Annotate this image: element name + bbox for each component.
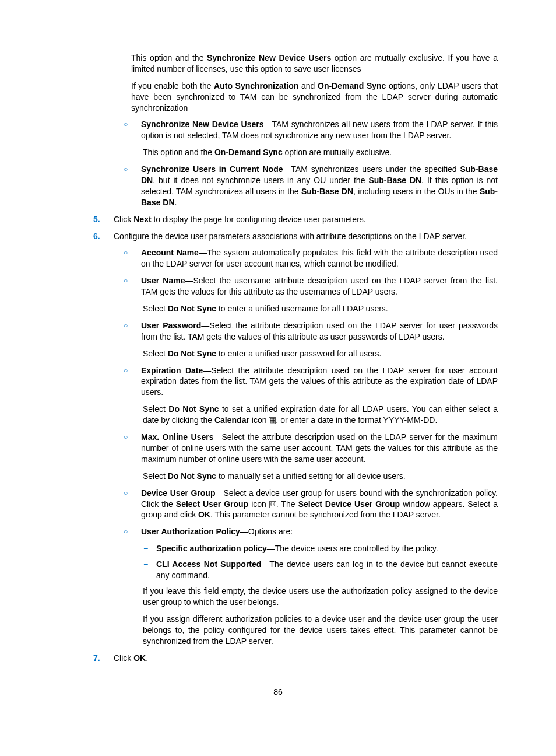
bullet-text: Account Name—The system automatically po… bbox=[141, 247, 498, 270]
paragraph: Select Do Not Sync to enter a unified us… bbox=[143, 303, 498, 314]
bold-term: OK bbox=[133, 653, 146, 663]
bullet-item: ○ User Authorization Policy—Options are: bbox=[124, 526, 498, 537]
text: icon bbox=[248, 499, 269, 509]
paragraph: If you assign different authorization po… bbox=[143, 614, 498, 647]
text: This option and the bbox=[143, 148, 214, 157]
text: , or enter a date in the format YYYY-MM-… bbox=[276, 415, 437, 425]
bold-term: Do Not Sync bbox=[168, 404, 219, 414]
text: —TAM synchronizes users under the specif… bbox=[283, 164, 460, 174]
text: . bbox=[175, 198, 177, 207]
bold-term: Select Device User Group bbox=[298, 499, 400, 509]
step-7: 7. Click OK. bbox=[93, 653, 498, 664]
bold-term: Specific authorization policy bbox=[156, 544, 267, 553]
paragraph: If you leave this field empty, the devic… bbox=[143, 586, 498, 608]
bullet-text: Synchronize New Device Users—TAM synchro… bbox=[141, 119, 498, 141]
bullet-mark: ○ bbox=[124, 432, 141, 465]
bold-term: Synchronize New Device Users bbox=[141, 120, 264, 129]
bullet-item: ○ User Password—Select the attribute des… bbox=[124, 320, 498, 342]
text: option are mutually exclusive. bbox=[283, 148, 392, 157]
bold-term: User Name bbox=[141, 276, 185, 285]
bullet-mark: ○ bbox=[124, 164, 141, 208]
dash-text: CLI Access Not Supported—The device user… bbox=[156, 559, 498, 581]
bold-term: Do Not Sync bbox=[168, 349, 216, 358]
bold-term: On-Demand Sync bbox=[318, 81, 386, 90]
text: icon bbox=[249, 415, 269, 425]
bullet-item: ○ Account Name—The system automatically … bbox=[124, 247, 498, 270]
bullet-item: ○ Synchronize New Device Users—TAM synch… bbox=[124, 119, 498, 141]
bold-term: User Password bbox=[141, 321, 201, 330]
bold-term: Do Not Sync bbox=[168, 471, 216, 481]
bullet-mark: ○ bbox=[124, 526, 141, 537]
bullet-text: Device User Group—Select a device user g… bbox=[141, 488, 498, 521]
user-group-icon: ⚇ bbox=[269, 501, 276, 508]
text: Click bbox=[114, 215, 133, 224]
step-text: Click OK. bbox=[114, 653, 498, 664]
paragraph: Select Do Not Sync to set a unified expi… bbox=[143, 404, 498, 426]
step-5: 5. Click Next to display the page for co… bbox=[93, 214, 498, 225]
bullet-mark: ○ bbox=[124, 275, 141, 298]
bullet-mark: ○ bbox=[124, 247, 141, 270]
text: to manually set a unified setting for al… bbox=[216, 471, 406, 481]
bold-term: Max. Online Users bbox=[141, 432, 213, 442]
bullet-text: Expiration Date—Select the attribute des… bbox=[141, 365, 498, 398]
step-number: 6. bbox=[93, 231, 114, 242]
dash-mark: − bbox=[143, 543, 156, 554]
text: , including users in the OUs in the bbox=[353, 187, 480, 196]
content-block: This option and the Synchronize New Devi… bbox=[93, 52, 498, 663]
bold-term: On-Demand Sync bbox=[214, 148, 283, 157]
dash-item: − Specific authorization policy—The devi… bbox=[143, 543, 498, 554]
bullet-item: ○ Synchronize Users in Current Node—TAM … bbox=[124, 164, 498, 208]
paragraph: Select Do Not Sync to enter a unified us… bbox=[143, 348, 498, 359]
text: and bbox=[298, 81, 318, 90]
text: This option and the bbox=[131, 53, 207, 62]
bold-term: Calendar bbox=[214, 415, 249, 425]
step-text: Click Next to display the page for confi… bbox=[114, 214, 498, 225]
text: —Options are: bbox=[240, 527, 293, 536]
bold-term: OK bbox=[198, 510, 210, 519]
bold-term: Select User Group bbox=[176, 499, 248, 509]
text: Select bbox=[143, 304, 168, 313]
paragraph: Select Do Not Sync to manually set a uni… bbox=[143, 471, 498, 482]
text: Select bbox=[143, 471, 168, 481]
bullet-text: Synchronize Users in Current Node—TAM sy… bbox=[141, 164, 498, 208]
bullet-item: ○ Expiration Date—Select the attribute d… bbox=[124, 365, 498, 398]
paragraph: This option and the On-Demand Sync optio… bbox=[143, 147, 498, 158]
paragraph: This option and the Synchronize New Devi… bbox=[131, 52, 498, 75]
bullet-text: User Password—Select the attribute descr… bbox=[141, 320, 498, 342]
document-page: This option and the Synchronize New Devi… bbox=[0, 0, 556, 756]
bold-term: Expiration Date bbox=[141, 366, 203, 375]
text: to display the page for configuring devi… bbox=[152, 215, 366, 224]
step-number: 7. bbox=[93, 653, 114, 664]
bullet-mark: ○ bbox=[124, 488, 141, 521]
step-6: 6. Configure the device user parameters … bbox=[93, 231, 498, 242]
text: Select bbox=[143, 404, 168, 414]
text: Select bbox=[143, 349, 168, 358]
bold-term: Synchronize New Device Users bbox=[207, 53, 331, 62]
bullet-item: ○ Device User Group—Select a device user… bbox=[124, 488, 498, 521]
bullet-text: User Authorization Policy—Options are: bbox=[141, 526, 498, 537]
bullet-item: ○ User Name—Select the username attribut… bbox=[124, 275, 498, 298]
bold-term: Sub-Base DN bbox=[368, 176, 421, 185]
calendar-icon: ▦ bbox=[269, 417, 276, 424]
bold-term: User Authorization Policy bbox=[141, 527, 240, 536]
bold-term: Account Name bbox=[141, 248, 199, 257]
step-text: Configure the device user parameters ass… bbox=[114, 231, 498, 242]
dash-mark: − bbox=[143, 559, 156, 581]
bold-term: Next bbox=[133, 215, 151, 224]
text: . The bbox=[276, 499, 298, 509]
bold-term: Auto Synchronization bbox=[214, 81, 298, 90]
page-number: 86 bbox=[58, 687, 498, 698]
text: , but it does not synchronize users in a… bbox=[153, 176, 368, 185]
text: . This parameter cannot be synchronized … bbox=[210, 510, 441, 519]
bold-term: Do Not Sync bbox=[168, 304, 216, 313]
step-number: 5. bbox=[93, 214, 114, 225]
text: to enter a unified user password for all… bbox=[216, 349, 381, 358]
dash-item: − CLI Access Not Supported—The device us… bbox=[143, 559, 498, 581]
bullet-text: Max. Online Users—Select the attribute d… bbox=[141, 432, 498, 465]
text: If you enable both the bbox=[131, 81, 214, 90]
text: . bbox=[146, 653, 148, 663]
bullet-mark: ○ bbox=[124, 320, 141, 342]
bullet-mark: ○ bbox=[124, 119, 141, 141]
paragraph: If you enable both the Auto Synchronizat… bbox=[131, 80, 498, 114]
text: —Select the username attribute descripti… bbox=[141, 276, 498, 296]
